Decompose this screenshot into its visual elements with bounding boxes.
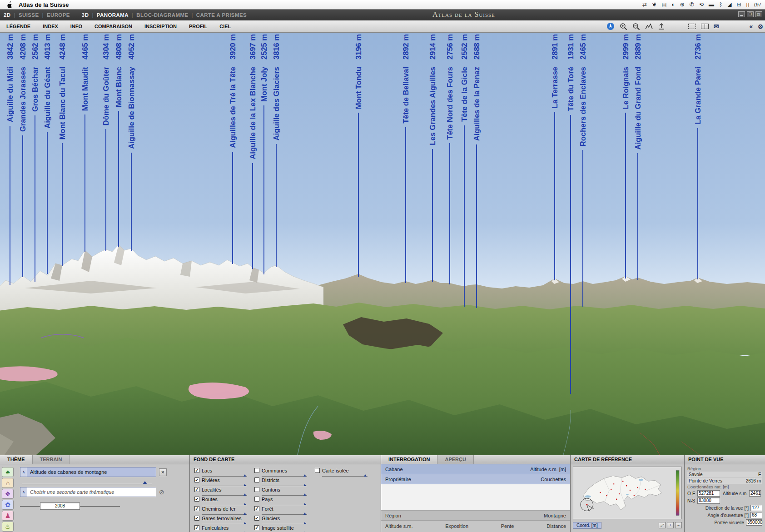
slider-marker[interactable] <box>303 474 306 477</box>
zoom-access-icon[interactable]: ⊕ <box>680 1 685 8</box>
keyboard-viewer-icon[interactable]: ⊞ <box>736 1 741 8</box>
chevron-up-icon[interactable]: ∧ <box>20 487 27 497</box>
layer-opacity-slider[interactable] <box>202 483 247 486</box>
tab-terrain[interactable]: TERRAIN <box>33 455 70 464</box>
nav-panorama[interactable]: PANORAMA <box>97 12 129 18</box>
layer-checkbox[interactable]: ✓ <box>254 506 259 511</box>
wildlife-theme-icon[interactable]: ♨ <box>2 522 14 532</box>
slider-marker[interactable] <box>243 522 246 524</box>
maximize-button[interactable]: ◳ <box>755 11 762 17</box>
mail-icon[interactable]: ✉ <box>714 23 719 30</box>
selection-box-icon[interactable] <box>688 24 696 29</box>
forest-theme-icon[interactable]: ♣ <box>2 467 14 477</box>
menubar-app-name[interactable]: Atlas de la Suisse <box>19 1 69 8</box>
layer-opacity-slider[interactable] <box>202 521 247 524</box>
zoom-out-icon[interactable] <box>632 23 640 30</box>
layer-checkbox[interactable]: ✓ <box>194 525 199 530</box>
layer-checkbox[interactable]: ✓ <box>194 497 199 502</box>
slider-marker[interactable] <box>303 522 306 524</box>
menu-comparaison[interactable]: COMPARAISON <box>94 24 132 29</box>
slider-marker[interactable] <box>364 474 367 477</box>
map-pan-button[interactable]: ⤢ <box>659 522 666 528</box>
slider-marker[interactable] <box>243 484 246 486</box>
nav-2d[interactable]: 2D <box>4 12 11 18</box>
wifi-icon[interactable]: ◢ <box>727 1 731 8</box>
population-theme-icon[interactable]: ❖ <box>2 489 14 499</box>
primary-theme-dropdown[interactable]: ∧ Altitude des cabanes de montagne <box>20 467 156 477</box>
tab-interrogation[interactable]: INTERROGATION <box>381 455 437 464</box>
slider-marker[interactable] <box>303 512 306 515</box>
collapse-panels-icon[interactable]: « <box>749 23 753 30</box>
map-zoom-out-button[interactable]: − <box>675 522 682 528</box>
slider-marker[interactable] <box>303 493 306 496</box>
layer-opacity-slider[interactable] <box>262 521 307 524</box>
map-zoom-in-button[interactable]: + <box>667 522 674 528</box>
script-menu-icon[interactable]: ❦ <box>652 1 656 8</box>
profile-icon[interactable] <box>645 23 653 30</box>
layer-opacity-slider[interactable] <box>262 473 307 477</box>
no-second-theme-icon[interactable]: ⊘ <box>159 488 164 496</box>
menu-ciel[interactable]: CIEL <box>219 24 231 29</box>
layer-opacity-slider[interactable] <box>202 473 247 477</box>
slider-marker[interactable] <box>243 503 246 505</box>
layer-opacity-slider[interactable] <box>262 492 307 496</box>
close-view-icon[interactable]: ⊗ <box>758 23 763 30</box>
menu-legende[interactable]: LÉGENDE <box>6 24 30 29</box>
switzerland-overview-map[interactable] <box>573 467 682 519</box>
chevron-up-icon[interactable]: ∧ <box>20 467 27 477</box>
menu-info[interactable]: INFO <box>70 24 82 29</box>
layer-opacity-slider[interactable] <box>262 512 307 515</box>
nav-bloc-diagramme[interactable]: BLOC-DIAGRAMME <box>136 12 188 18</box>
range-input[interactable]: 350000 <box>746 519 762 526</box>
remove-theme-button[interactable]: ✕ <box>159 468 167 476</box>
ns-input[interactable]: 83080 <box>697 497 720 504</box>
layer-opacity-slider[interactable] <box>202 512 247 515</box>
theme-opacity-slider[interactable] <box>22 479 152 484</box>
nav-carte-a-prismes[interactable]: CARTE A PRISMES <box>196 12 247 18</box>
layer-opacity-slider[interactable] <box>262 483 307 486</box>
layer-checkbox[interactable] <box>254 487 259 492</box>
time-machine-icon[interactable]: ⟲ <box>699 1 704 8</box>
nav-europe[interactable]: EUROPE <box>47 12 70 18</box>
layer-checkbox[interactable]: ✓ <box>194 487 199 492</box>
hut-theme-icon[interactable]: ⌂ <box>2 478 14 488</box>
bluetooth-icon[interactable]: ᛒ <box>719 1 722 8</box>
slider-marker[interactable] <box>243 493 246 496</box>
panorama-3d-view[interactable]: 3842 mAiguille du Midi4208 mGrandes Jora… <box>0 33 765 455</box>
year-slider[interactable]: 2008 <box>20 502 187 510</box>
flora-theme-icon[interactable]: ✿ <box>2 500 14 510</box>
layer-checkbox[interactable]: ✓ <box>194 477 199 482</box>
restore-button[interactable]: ❐ <box>747 11 754 17</box>
layer-checkbox[interactable]: ✓ <box>194 506 199 511</box>
tab-apercu[interactable]: APERÇU <box>437 455 473 464</box>
layer-opacity-slider[interactable] <box>202 502 247 505</box>
tab-theme[interactable]: THÈME <box>0 455 33 464</box>
slider-marker[interactable] <box>303 484 306 486</box>
layer-checkbox[interactable] <box>254 477 259 482</box>
direction-input[interactable]: 127 <box>750 505 762 511</box>
zoom-in-icon[interactable] <box>620 23 627 30</box>
slider-marker[interactable] <box>303 503 306 505</box>
tourism-theme-icon[interactable]: ♟ <box>2 511 14 521</box>
battery-icon[interactable]: ▯ <box>746 1 749 8</box>
universal-access-icon[interactable]: ◐ <box>672 1 675 8</box>
layer-checkbox[interactable]: ✓ <box>194 516 199 521</box>
menu-index[interactable]: INDEX <box>43 24 58 29</box>
layer-checkbox[interactable] <box>315 468 320 473</box>
secondary-theme-dropdown[interactable]: ∧ Choisir une seconde carte thématique <box>20 487 156 497</box>
compass-icon[interactable] <box>606 22 615 30</box>
layer-checkbox[interactable]: ✓ <box>194 468 199 473</box>
menu-inscription[interactable]: INSCRIPTION <box>144 24 177 29</box>
layer-checkbox[interactable] <box>254 468 259 473</box>
nav-3d[interactable]: 3D <box>82 12 89 18</box>
minimize-button[interactable]: ▂ <box>738 11 745 17</box>
phone-icon[interactable]: ✆ <box>690 1 694 8</box>
layer-checkbox[interactable]: ✓ <box>254 525 259 530</box>
layer-opacity-slider[interactable] <box>202 492 247 496</box>
layer-opacity-slider[interactable] <box>262 502 307 505</box>
displays-icon[interactable]: ▤ <box>661 1 666 8</box>
angle-input[interactable]: 68 <box>750 512 762 518</box>
altitude-input[interactable]: 2461 <box>749 490 761 497</box>
slider-marker[interactable] <box>243 512 246 515</box>
layer-checkbox[interactable] <box>254 497 259 502</box>
